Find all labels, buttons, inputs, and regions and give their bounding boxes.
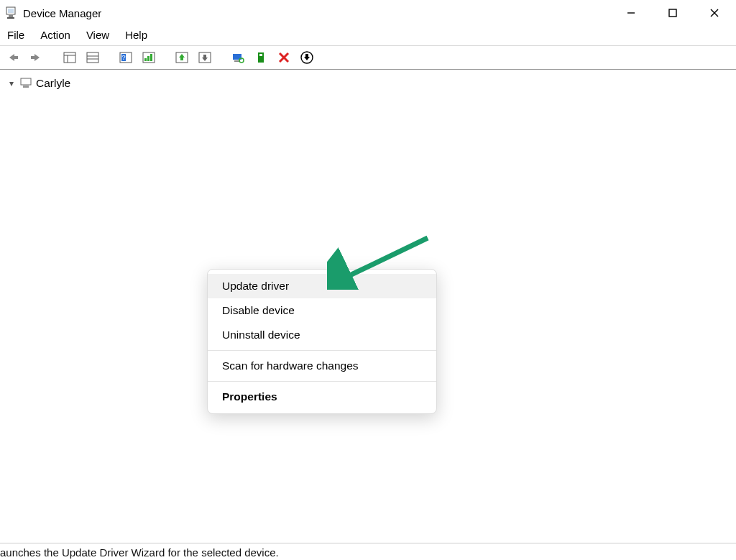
toolbar-help-icon[interactable]: ? — [116, 49, 135, 66]
svg-rect-9 — [14, 56, 18, 59]
status-bar: aunches the Update Driver Wizard for the… — [0, 543, 736, 560]
toolbar-add-hardware-icon[interactable] — [252, 49, 270, 66]
svg-marker-39 — [304, 54, 310, 60]
tree-root-label: Carlyle — [36, 78, 70, 89]
svg-rect-1 — [8, 9, 14, 13]
device-tree[interactable]: ▾ Carlyle — [0, 70, 736, 92]
menu-help[interactable]: Help — [125, 29, 147, 41]
ctx-update-driver[interactable]: Update driver — [208, 274, 436, 298]
status-text: aunches the Update Driver Wizard for the… — [0, 546, 279, 559]
toolbar-download-icon[interactable] — [298, 49, 316, 66]
svg-rect-30 — [203, 55, 206, 58]
minimize-button[interactable] — [621, 3, 641, 23]
app-icon — [4, 6, 17, 19]
svg-rect-40 — [21, 78, 31, 85]
toolbar-disable-icon[interactable] — [196, 49, 214, 66]
window-title: Device Manager — [23, 7, 101, 19]
ctx-properties[interactable]: Properties — [208, 385, 436, 409]
svg-rect-35 — [259, 54, 262, 56]
svg-rect-12 — [64, 52, 75, 63]
computer-icon — [19, 76, 33, 91]
maximize-button[interactable] — [663, 3, 683, 23]
menu-action[interactable]: Action — [40, 29, 70, 41]
toolbar-uninstall-icon[interactable] — [275, 49, 293, 66]
svg-marker-8 — [9, 54, 14, 61]
nav-forward-icon[interactable] — [27, 49, 46, 66]
svg-marker-29 — [202, 58, 208, 61]
menu-file[interactable]: File — [7, 29, 24, 41]
ctx-separator — [208, 350, 436, 351]
svg-rect-5 — [669, 9, 676, 17]
toolbar-update-driver-icon[interactable] — [172, 49, 191, 66]
ctx-uninstall-device[interactable]: Uninstall device — [208, 323, 436, 347]
toolbar-scan-icon[interactable] — [229, 49, 247, 66]
svg-marker-10 — [34, 54, 40, 61]
tree-root[interactable]: ▾ Carlyle — [6, 74, 736, 92]
close-button[interactable] — [704, 3, 724, 23]
toolbar-grid-icon[interactable] — [83, 49, 102, 66]
svg-rect-24 — [150, 54, 152, 61]
svg-marker-26 — [179, 54, 185, 58]
context-menu: Update driver Disable device Uninstall d… — [207, 269, 437, 414]
ctx-separator — [208, 381, 436, 382]
svg-rect-22 — [144, 58, 147, 61]
toolbar-properties-icon[interactable] — [139, 49, 158, 66]
svg-rect-15 — [87, 52, 98, 63]
svg-rect-23 — [147, 56, 150, 61]
chevron-down-icon[interactable]: ▾ — [6, 79, 17, 88]
svg-rect-11 — [31, 56, 34, 59]
toolbar: ? — [0, 45, 736, 70]
svg-rect-41 — [23, 86, 29, 88]
menu-view[interactable]: View — [86, 29, 109, 41]
titlebar: Device Manager — [0, 0, 736, 26]
nav-back-icon[interactable] — [4, 49, 23, 66]
menubar: File Action View Help — [0, 26, 736, 45]
svg-text:?: ? — [121, 54, 125, 61]
svg-rect-3 — [7, 17, 14, 19]
svg-rect-2 — [9, 15, 13, 17]
toolbar-view-icon[interactable] — [60, 49, 79, 66]
ctx-disable-device[interactable]: Disable device — [208, 298, 436, 323]
ctx-scan-hardware[interactable]: Scan for hardware changes — [208, 354, 436, 378]
svg-rect-27 — [180, 58, 183, 60]
